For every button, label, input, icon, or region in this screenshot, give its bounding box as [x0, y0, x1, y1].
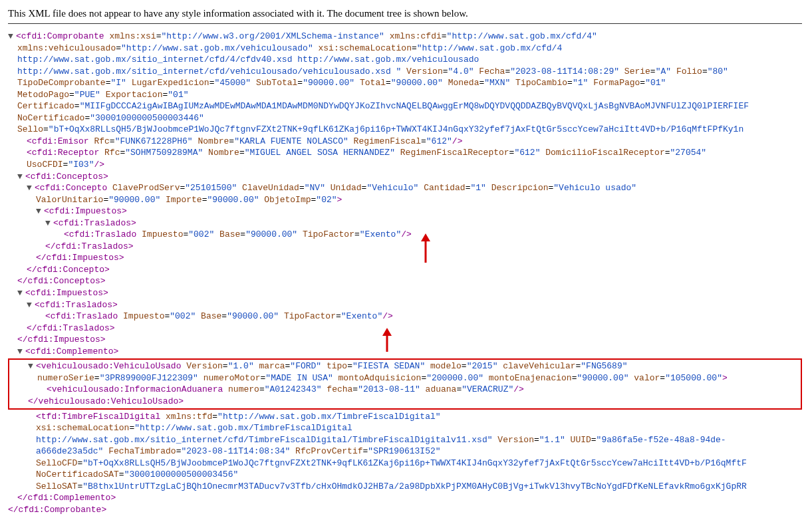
expand-icon[interactable]: ▼ [17, 287, 25, 299]
expand-icon[interactable]: ▼ [28, 360, 36, 372]
expand-icon[interactable]: ▼ [36, 205, 44, 217]
sello-value: "bT+OqXx8RLLsQH5/BjWJoobmceP1WoJQc7ftgnv… [49, 124, 743, 134]
expand-icon[interactable]: ▼ [27, 182, 35, 194]
expand-icon[interactable]: ▼ [8, 31, 16, 43]
highlighted-box: ▼<vehiculousado:VehiculoUsado Version="1… [8, 358, 802, 409]
separator [8, 23, 802, 24]
certificado-value: "MIIFgDCCCA2igAwIBAgIUMzAwMDEwMDAwMDA1MD… [80, 101, 749, 111]
xml-tree: ▼<cfdi:Comprobante xmlns:xsi="http://www… [8, 31, 802, 515]
expand-icon[interactable]: ▼ [27, 299, 35, 311]
expand-icon[interactable]: ▼ [45, 217, 53, 229]
expand-icon[interactable]: ▼ [17, 346, 25, 358]
xml-notice: This XML file does not appear to have an… [8, 8, 802, 19]
expand-icon[interactable]: ▼ [17, 171, 25, 183]
